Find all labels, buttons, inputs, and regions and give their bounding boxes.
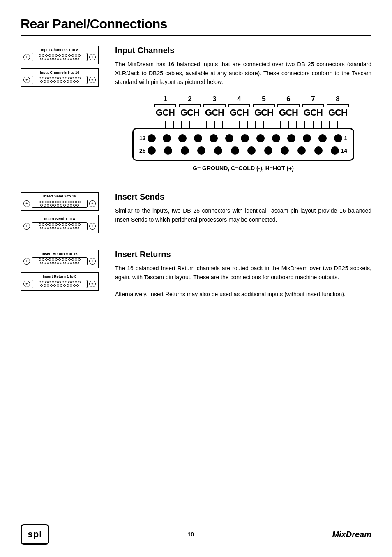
pin bbox=[71, 54, 74, 57]
pin bbox=[65, 258, 67, 261]
pin bbox=[58, 201, 61, 203]
pin bbox=[65, 281, 67, 283]
insert-return-connector-2-label: Insert Return 1 to 8 bbox=[23, 274, 96, 278]
page-number: 10 bbox=[187, 531, 194, 538]
pin bbox=[68, 77, 71, 79]
pin bbox=[44, 58, 46, 60]
pin bbox=[44, 204, 46, 207]
pin-dot bbox=[264, 146, 272, 155]
pin-dot bbox=[163, 134, 171, 142]
insert-returns-text2: Alternatively, Insert Returns may also b… bbox=[115, 290, 371, 299]
pin bbox=[50, 204, 53, 207]
pin bbox=[40, 58, 43, 60]
spl-logo-text: spl bbox=[28, 529, 42, 540]
pin-dot bbox=[148, 134, 156, 142]
pin bbox=[57, 262, 59, 264]
pin bbox=[62, 223, 64, 226]
pin bbox=[44, 227, 46, 229]
pin bbox=[47, 284, 49, 287]
pin bbox=[75, 258, 77, 261]
product-name: MixDream bbox=[332, 530, 371, 539]
bottom-row-right-label: 14 bbox=[341, 147, 347, 154]
pin bbox=[45, 258, 48, 261]
pin bbox=[76, 80, 79, 83]
pin bbox=[63, 80, 66, 83]
pin bbox=[62, 77, 64, 79]
pin bbox=[57, 227, 59, 229]
pin-dot bbox=[331, 146, 339, 155]
pin bbox=[60, 58, 62, 60]
pin bbox=[40, 204, 43, 207]
input-channels-content: Input Channels The MixDream has 16 balan… bbox=[115, 46, 371, 180]
input-connector-1: Input Channels 1 to 8 bbox=[21, 46, 99, 64]
ground-label: G= GROUND, C=COLD (-), H=HOT (+) bbox=[132, 165, 354, 172]
pin bbox=[70, 204, 72, 207]
pin bbox=[40, 80, 43, 83]
insert-send-connector-1-label: Insert Send 9 to 16 bbox=[23, 194, 96, 198]
pin bbox=[45, 54, 48, 57]
connector-screw-left bbox=[23, 54, 30, 60]
pin bbox=[53, 204, 56, 207]
pin-dot bbox=[256, 134, 265, 142]
pin-dot bbox=[297, 146, 306, 155]
pin bbox=[68, 281, 71, 283]
pin bbox=[73, 284, 76, 287]
insert-send-connector-2-label: Insert Send 1 to 8 bbox=[23, 217, 96, 221]
connector-pins bbox=[32, 53, 88, 61]
top-row-left-label: 13 bbox=[139, 135, 146, 142]
pin bbox=[52, 54, 54, 57]
pin bbox=[65, 54, 67, 57]
pin bbox=[58, 281, 61, 283]
insert-sends-content: Insert Sends Similar to the inputs, two … bbox=[115, 192, 371, 237]
spl-logo: spl bbox=[21, 524, 49, 545]
pin bbox=[60, 80, 62, 83]
pin bbox=[70, 284, 72, 287]
pin bbox=[57, 284, 59, 287]
connector-screw-left bbox=[23, 281, 30, 287]
pin bbox=[42, 223, 44, 226]
pin bbox=[42, 258, 44, 261]
pin bbox=[67, 80, 69, 83]
insert-returns-content: Insert Returns The 16 balanced Insert Re… bbox=[115, 250, 371, 307]
pin bbox=[70, 80, 72, 83]
pin bbox=[39, 54, 41, 57]
pin bbox=[53, 227, 56, 229]
pin bbox=[57, 204, 59, 207]
insert-returns-title: Insert Returns bbox=[115, 250, 371, 259]
pin bbox=[73, 262, 76, 264]
pin bbox=[73, 58, 76, 60]
pin bbox=[47, 227, 49, 229]
pin bbox=[55, 258, 58, 261]
pin bbox=[65, 77, 67, 79]
pin bbox=[62, 54, 64, 57]
pin-dot bbox=[247, 146, 256, 155]
input-channels-text: The MixDream has 16 balanced inputs that… bbox=[115, 60, 371, 87]
pin bbox=[68, 223, 71, 226]
pin bbox=[73, 227, 76, 229]
connector-screw-right bbox=[89, 54, 96, 60]
pin-dot bbox=[318, 134, 327, 142]
connector-screw-right bbox=[89, 223, 96, 230]
pin bbox=[71, 77, 74, 79]
pin bbox=[78, 223, 81, 226]
pin bbox=[55, 77, 58, 79]
pin bbox=[71, 223, 74, 226]
connector-pins bbox=[32, 257, 88, 265]
connector-screw-right bbox=[89, 258, 96, 265]
pin bbox=[62, 281, 64, 283]
pin bbox=[75, 281, 77, 283]
pin bbox=[52, 223, 54, 226]
pin bbox=[78, 281, 81, 283]
pin bbox=[45, 223, 48, 226]
pin bbox=[65, 223, 67, 226]
pin-dot bbox=[178, 134, 187, 142]
pin bbox=[55, 201, 58, 203]
pin bbox=[57, 58, 59, 60]
pin bbox=[42, 281, 44, 283]
pin bbox=[40, 262, 43, 264]
connector-screw-left bbox=[23, 223, 30, 230]
connector-pins bbox=[32, 200, 88, 208]
pin bbox=[67, 262, 69, 264]
pin bbox=[53, 262, 56, 264]
pin-dot bbox=[225, 134, 233, 142]
